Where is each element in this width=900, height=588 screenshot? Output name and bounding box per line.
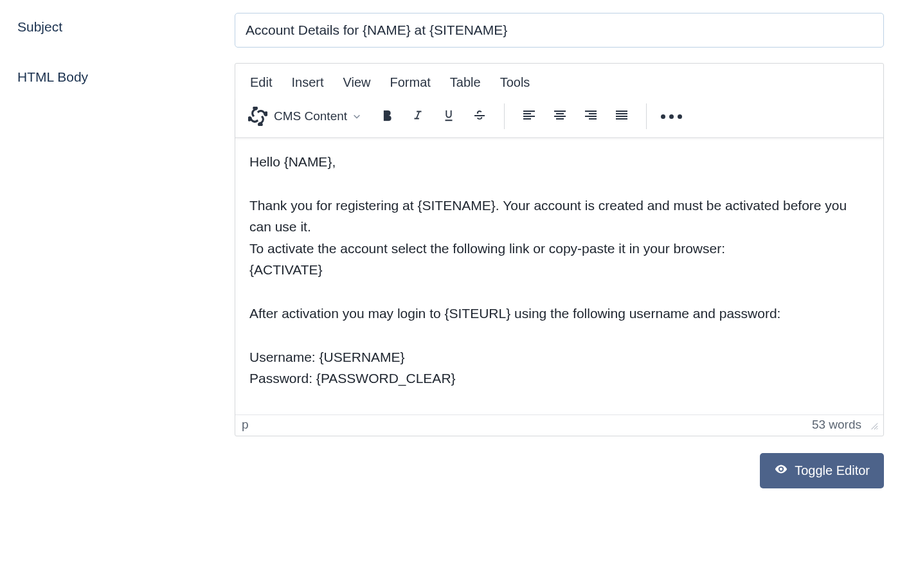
menu-format[interactable]: Format [381, 66, 440, 98]
cms-content-label: CMS Content [274, 109, 347, 123]
statusbar-element-path[interactable]: p [242, 418, 249, 432]
align-center-button[interactable] [547, 103, 573, 129]
menu-edit[interactable]: Edit [240, 66, 282, 98]
editor-blank-line [249, 173, 869, 195]
editor-menubar: Edit Insert View Format Table Tools [235, 64, 883, 98]
subject-input[interactable] [235, 13, 884, 48]
underline-button[interactable] [436, 103, 462, 129]
cms-content-dropdown[interactable]: CMS Content [242, 102, 366, 131]
joomla-icon [247, 105, 269, 127]
align-center-icon [552, 107, 568, 125]
align-left-icon [521, 107, 537, 125]
statusbar-word-count: 53 words [812, 418, 861, 432]
strikethrough-icon [472, 107, 487, 125]
eye-icon [774, 462, 788, 479]
editor-toolbar: CMS Content [235, 98, 883, 138]
menu-view[interactable]: View [334, 66, 381, 98]
underline-icon [442, 108, 456, 125]
resize-handle-icon[interactable] [868, 420, 878, 430]
align-justify-icon [614, 107, 629, 125]
editor-line: After activation you may login to {SITEU… [249, 303, 869, 325]
align-right-button[interactable] [578, 103, 604, 129]
editor-line: {ACTIVATE} [249, 259, 869, 281]
editor-line: Password: {PASSWORD_CLEAR} [249, 368, 869, 389]
editor-statusbar: p 53 words [235, 414, 883, 436]
align-justify-button[interactable] [609, 103, 634, 129]
editor-line: Username: {USERNAME} [249, 346, 869, 368]
strikethrough-button[interactable] [467, 103, 492, 129]
menu-insert[interactable]: Insert [282, 66, 333, 98]
bold-icon [379, 107, 395, 125]
editor-line: To activate the account select the follo… [249, 238, 869, 260]
editor-blank-line [249, 325, 869, 346]
html-body-label: HTML Body [16, 63, 235, 85]
editor-line: Hello {NAME}, [249, 151, 869, 173]
toolbar-separator [504, 103, 505, 129]
editor-blank-line [249, 281, 869, 303]
rich-text-editor: Edit Insert View Format Table Tools [235, 63, 884, 436]
align-left-button[interactable] [516, 103, 542, 129]
editor-content-area[interactable]: Hello {NAME}, Thank you for registering … [235, 138, 883, 414]
subject-label: Subject [16, 13, 235, 35]
more-horizontal-icon [661, 114, 682, 119]
toolbar-separator [646, 103, 647, 129]
align-right-icon [583, 107, 598, 125]
menu-tools[interactable]: Tools [491, 66, 540, 98]
toggle-editor-button[interactable]: Toggle Editor [760, 453, 884, 488]
menu-table[interactable]: Table [440, 66, 491, 98]
italic-button[interactable] [405, 103, 431, 129]
editor-line: Thank you for registering at {SITENAME}.… [249, 195, 869, 238]
italic-icon [411, 108, 425, 125]
toggle-editor-label: Toggle Editor [795, 463, 870, 478]
chevron-down-icon [352, 112, 361, 121]
more-button[interactable] [658, 103, 684, 129]
bold-button[interactable] [374, 103, 400, 129]
